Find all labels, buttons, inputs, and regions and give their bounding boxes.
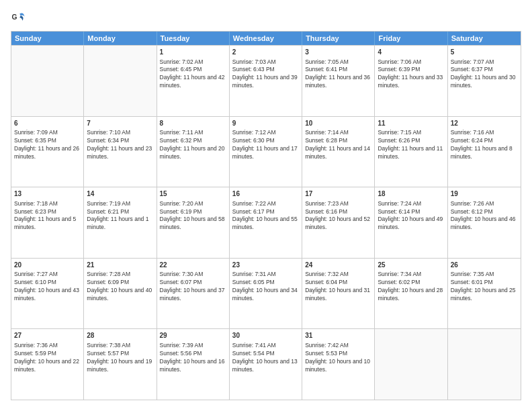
calendar-day-6: 6Sunrise: 7:09 AMSunset: 6:35 PMDaylight… — [11, 117, 84, 187]
day-info: Sunrise: 7:22 AMSunset: 6:17 PMDaylight:… — [232, 200, 299, 232]
day-number: 2 — [232, 48, 299, 57]
calendar-day-11: 11Sunrise: 7:15 AMSunset: 6:26 PMDayligh… — [375, 117, 447, 187]
day-number: 9 — [232, 119, 299, 128]
calendar-day-8: 8Sunrise: 7:11 AMSunset: 6:32 PMDaylight… — [157, 117, 230, 187]
logo-icon: G — [11, 11, 26, 26]
day-number: 17 — [305, 189, 371, 199]
day-number: 22 — [160, 261, 226, 270]
day-number: 3 — [305, 48, 371, 57]
calendar-day-20: 20Sunrise: 7:27 AMSunset: 6:10 PMDayligh… — [11, 259, 84, 329]
calendar-day-30: 30Sunrise: 7:41 AMSunset: 5:54 PMDayligh… — [230, 329, 302, 400]
calendar-day-15: 15Sunrise: 7:20 AMSunset: 6:19 PMDayligh… — [157, 187, 230, 258]
day-info: Sunrise: 7:19 AMSunset: 6:21 PMDaylight:… — [87, 200, 153, 232]
day-info: Sunrise: 7:30 AMSunset: 6:07 PMDaylight:… — [160, 271, 226, 303]
day-info: Sunrise: 7:05 AMSunset: 6:41 PMDaylight:… — [305, 58, 371, 91]
calendar-day-16: 16Sunrise: 7:22 AMSunset: 6:17 PMDayligh… — [230, 187, 302, 258]
calendar-day-12: 12Sunrise: 7:16 AMSunset: 6:24 PMDayligh… — [448, 117, 521, 187]
day-number: 31 — [305, 331, 371, 340]
day-number: 30 — [232, 331, 299, 340]
day-number: 21 — [87, 261, 153, 270]
day-info: Sunrise: 7:10 AMSunset: 6:34 PMDaylight:… — [87, 129, 153, 161]
day-number: 27 — [14, 331, 81, 340]
day-info: Sunrise: 7:03 AMSunset: 6:43 PMDaylight:… — [232, 58, 299, 91]
day-number: 7 — [87, 119, 153, 128]
day-info: Sunrise: 7:27 AMSunset: 6:10 PMDaylight:… — [14, 271, 81, 303]
calendar-day-7: 7Sunrise: 7:10 AMSunset: 6:34 PMDaylight… — [84, 117, 157, 187]
day-number: 10 — [305, 119, 371, 128]
day-info: Sunrise: 7:18 AMSunset: 6:23 PMDaylight:… — [14, 200, 81, 232]
day-number: 16 — [232, 189, 299, 199]
day-number: 23 — [232, 261, 299, 270]
logo: G — [11, 11, 28, 26]
calendar-day-27: 27Sunrise: 7:36 AMSunset: 5:59 PMDayligh… — [11, 329, 84, 400]
day-info: Sunrise: 7:09 AMSunset: 6:35 PMDaylight:… — [14, 129, 81, 161]
calendar-day-1: 1Sunrise: 7:02 AMSunset: 6:45 PMDaylight… — [157, 46, 230, 116]
day-number: 11 — [378, 119, 444, 128]
calendar-body: 1Sunrise: 7:02 AMSunset: 6:45 PMDaylight… — [11, 45, 521, 400]
day-info: Sunrise: 7:39 AMSunset: 5:56 PMDaylight:… — [160, 342, 226, 374]
day-info: Sunrise: 7:42 AMSunset: 5:53 PMDaylight:… — [305, 342, 371, 374]
calendar-day-23: 23Sunrise: 7:31 AMSunset: 6:05 PMDayligh… — [230, 259, 302, 329]
calendar-day-5: 5Sunrise: 7:07 AMSunset: 6:37 PMDaylight… — [448, 46, 521, 116]
calendar-day-empty — [448, 329, 521, 400]
calendar-day-17: 17Sunrise: 7:23 AMSunset: 6:16 PMDayligh… — [302, 187, 375, 258]
day-header-sunday: Sunday — [11, 32, 84, 45]
calendar-day-22: 22Sunrise: 7:30 AMSunset: 6:07 PMDayligh… — [157, 259, 230, 329]
calendar-week-4: 20Sunrise: 7:27 AMSunset: 6:10 PMDayligh… — [11, 258, 521, 329]
calendar: SundayMondayTuesdayWednesdayThursdayFrid… — [11, 31, 521, 400]
day-info: Sunrise: 7:28 AMSunset: 6:09 PMDaylight:… — [87, 271, 153, 303]
day-info: Sunrise: 7:20 AMSunset: 6:19 PMDaylight:… — [160, 200, 226, 232]
day-number: 26 — [451, 261, 518, 270]
day-number: 19 — [451, 189, 518, 199]
calendar-day-25: 25Sunrise: 7:34 AMSunset: 6:02 PMDayligh… — [375, 259, 447, 329]
calendar-day-13: 13Sunrise: 7:18 AMSunset: 6:23 PMDayligh… — [11, 187, 84, 258]
calendar-day-24: 24Sunrise: 7:32 AMSunset: 6:04 PMDayligh… — [302, 259, 375, 329]
calendar-day-10: 10Sunrise: 7:14 AMSunset: 6:28 PMDayligh… — [302, 117, 375, 187]
calendar-header: SundayMondayTuesdayWednesdayThursdayFrid… — [11, 32, 521, 45]
calendar-day-empty — [375, 329, 447, 400]
calendar-day-empty — [11, 46, 84, 116]
day-number: 6 — [14, 119, 81, 128]
calendar-day-21: 21Sunrise: 7:28 AMSunset: 6:09 PMDayligh… — [84, 259, 157, 329]
page-header: G — [11, 11, 521, 26]
day-info: Sunrise: 7:38 AMSunset: 5:57 PMDaylight:… — [87, 342, 153, 374]
day-info: Sunrise: 7:23 AMSunset: 6:16 PMDaylight:… — [305, 200, 371, 232]
calendar-day-29: 29Sunrise: 7:39 AMSunset: 5:56 PMDayligh… — [157, 329, 230, 400]
day-number: 4 — [378, 48, 444, 57]
calendar-week-1: 1Sunrise: 7:02 AMSunset: 6:45 PMDaylight… — [11, 45, 521, 116]
day-header-friday: Friday — [375, 32, 447, 45]
calendar-day-28: 28Sunrise: 7:38 AMSunset: 5:57 PMDayligh… — [84, 329, 157, 400]
day-number: 5 — [451, 48, 518, 57]
day-number: 24 — [305, 261, 371, 270]
calendar-day-26: 26Sunrise: 7:35 AMSunset: 6:01 PMDayligh… — [448, 259, 521, 329]
calendar-day-19: 19Sunrise: 7:26 AMSunset: 6:12 PMDayligh… — [448, 187, 521, 258]
day-header-monday: Monday — [84, 32, 157, 45]
calendar-week-5: 27Sunrise: 7:36 AMSunset: 5:59 PMDayligh… — [11, 328, 521, 400]
calendar-day-18: 18Sunrise: 7:24 AMSunset: 6:14 PMDayligh… — [375, 187, 447, 258]
day-info: Sunrise: 7:02 AMSunset: 6:45 PMDaylight:… — [160, 58, 226, 91]
day-info: Sunrise: 7:14 AMSunset: 6:28 PMDaylight:… — [305, 129, 371, 161]
day-info: Sunrise: 7:07 AMSunset: 6:37 PMDaylight:… — [451, 58, 518, 91]
day-info: Sunrise: 7:36 AMSunset: 5:59 PMDaylight:… — [14, 342, 81, 374]
calendar-day-empty — [84, 46, 157, 116]
day-info: Sunrise: 7:06 AMSunset: 6:39 PMDaylight:… — [378, 58, 444, 91]
calendar-week-3: 13Sunrise: 7:18 AMSunset: 6:23 PMDayligh… — [11, 187, 521, 258]
day-number: 18 — [378, 189, 444, 199]
day-info: Sunrise: 7:11 AMSunset: 6:32 PMDaylight:… — [160, 129, 226, 161]
day-header-thursday: Thursday — [302, 32, 375, 45]
day-number: 14 — [87, 189, 153, 199]
day-info: Sunrise: 7:31 AMSunset: 6:05 PMDaylight:… — [232, 271, 299, 303]
calendar-day-9: 9Sunrise: 7:12 AMSunset: 6:30 PMDaylight… — [230, 117, 302, 187]
day-info: Sunrise: 7:41 AMSunset: 5:54 PMDaylight:… — [232, 342, 299, 374]
day-number: 25 — [378, 261, 444, 270]
calendar-day-2: 2Sunrise: 7:03 AMSunset: 6:43 PMDaylight… — [230, 46, 302, 116]
day-info: Sunrise: 7:35 AMSunset: 6:01 PMDaylight:… — [451, 271, 518, 303]
day-number: 29 — [160, 331, 226, 340]
day-number: 8 — [160, 119, 226, 128]
svg-text:G: G — [11, 13, 17, 21]
day-number: 20 — [14, 261, 81, 270]
day-info: Sunrise: 7:24 AMSunset: 6:14 PMDaylight:… — [378, 200, 444, 232]
calendar-day-3: 3Sunrise: 7:05 AMSunset: 6:41 PMDaylight… — [302, 46, 375, 116]
day-info: Sunrise: 7:15 AMSunset: 6:26 PMDaylight:… — [378, 129, 444, 161]
day-number: 12 — [451, 119, 518, 128]
